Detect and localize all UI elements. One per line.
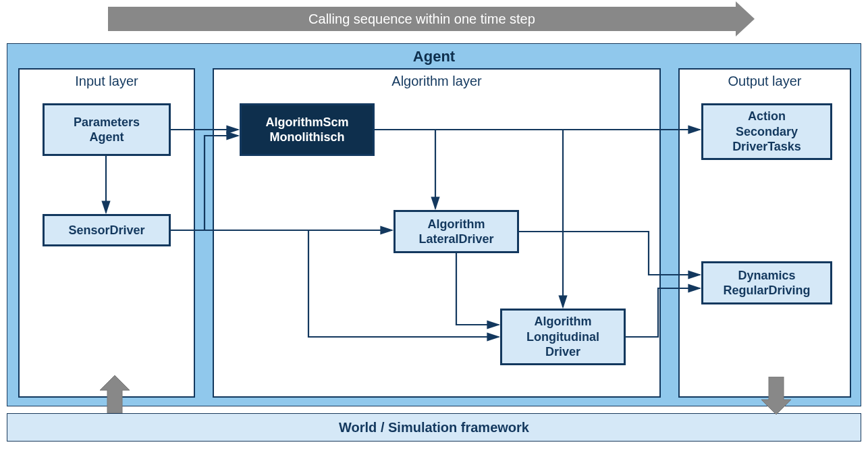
box-algorithm-longitudinal-driver: AlgorithmLongitudinalDriver xyxy=(500,309,626,365)
box-action-secondary-driver-tasks: ActionSecondaryDriverTasks xyxy=(701,103,832,160)
arrow-up-icon xyxy=(100,375,130,413)
agent-title: Agent xyxy=(7,44,861,68)
box-parameters-agent: ParametersAgent xyxy=(43,103,171,156)
box-algorithm-scm-monolithisch: AlgorithmScmMonolithisch xyxy=(240,103,375,156)
world-title: World / Simulation framework xyxy=(339,420,529,435)
input-layer-title: Input layer xyxy=(20,70,194,93)
world-simulation-framework-bar: World / Simulation framework xyxy=(7,413,861,442)
algorithm-layer-title: Algorithm layer xyxy=(214,70,659,93)
calling-sequence-arrow: Calling sequence within one time step xyxy=(108,7,736,31)
box-dynamics-regular-driving: DynamicsRegularDriving xyxy=(701,261,832,304)
agent-container: Agent Input layer Algorithm layer Output… xyxy=(7,43,861,406)
arrow-down-icon xyxy=(761,377,791,415)
calling-sequence-label: Calling sequence within one time step xyxy=(308,11,535,27)
box-algorithm-lateral-driver: AlgorithmLateralDriver xyxy=(394,210,519,253)
layers-area: Input layer Algorithm layer Output layer… xyxy=(18,68,850,398)
box-sensor-driver: SensorDriver xyxy=(43,214,171,246)
output-layer-title: Output layer xyxy=(680,70,850,93)
